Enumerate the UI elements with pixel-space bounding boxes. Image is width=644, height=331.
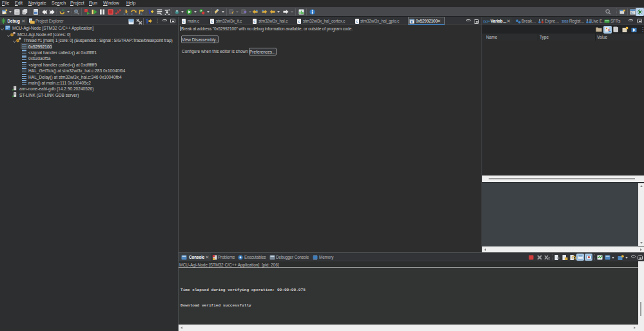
svg-text:C: C: [631, 11, 634, 15]
